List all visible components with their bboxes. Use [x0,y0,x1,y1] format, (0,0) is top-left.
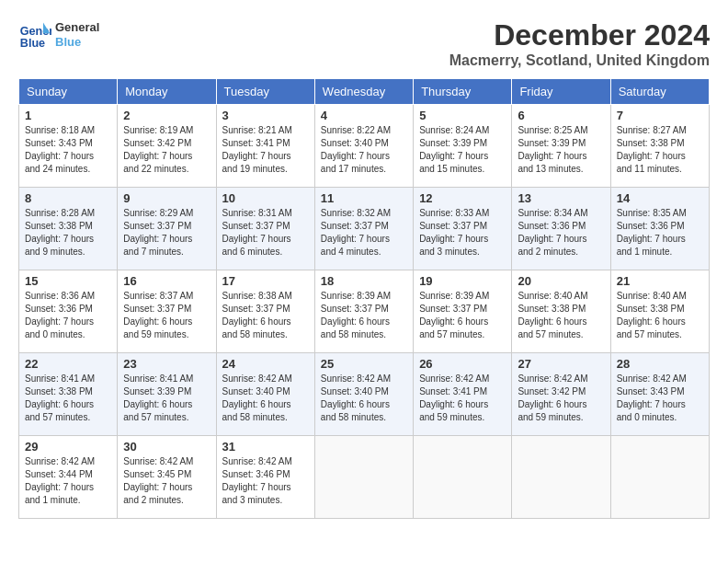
day-header-sunday: Sunday [19,79,118,105]
day-number: 27 [518,357,604,371]
calendar-cell: 29Sunrise: 8:42 AM Sunset: 3:44 PM Dayli… [19,436,118,519]
day-number: 9 [123,191,210,205]
calendar-cell: 19Sunrise: 8:39 AM Sunset: 3:37 PM Dayli… [414,270,512,353]
calendar-header-row: SundayMondayTuesdayWednesdayThursdayFrid… [19,79,710,105]
day-info: Sunrise: 8:42 AM Sunset: 3:42 PM Dayligh… [518,373,604,424]
calendar-cell: 26Sunrise: 8:42 AM Sunset: 3:41 PM Dayli… [414,353,512,436]
calendar-cell: 18Sunrise: 8:39 AM Sunset: 3:37 PM Dayli… [314,270,413,353]
day-info: Sunrise: 8:24 AM Sunset: 3:39 PM Dayligh… [419,124,506,176]
day-number: 10 [222,191,309,205]
day-info: Sunrise: 8:22 AM Sunset: 3:40 PM Dayligh… [321,124,407,176]
calendar-cell: 14Sunrise: 8:35 AM Sunset: 3:36 PM Dayli… [610,188,709,270]
day-info: Sunrise: 8:39 AM Sunset: 3:37 PM Dayligh… [419,290,506,341]
day-number: 2 [123,109,210,122]
day-number: 7 [617,109,703,122]
calendar-cell: 30Sunrise: 8:42 AM Sunset: 3:45 PM Dayli… [118,436,216,519]
day-header-tuesday: Tuesday [216,79,314,105]
day-number: 23 [123,357,210,371]
day-number: 13 [518,191,604,205]
day-info: Sunrise: 8:27 AM Sunset: 3:38 PM Dayligh… [617,124,703,176]
title-block: December 2024 Macmerry, Scotland, United… [449,18,710,69]
svg-text:Blue: Blue [20,37,45,50]
calendar-cell: 22Sunrise: 8:41 AM Sunset: 3:38 PM Dayli… [19,353,118,436]
calendar-cell: 3Sunrise: 8:21 AM Sunset: 3:41 PM Daylig… [216,105,314,188]
page-header: General Blue General Blue December 2024 … [18,18,710,69]
day-info: Sunrise: 8:38 AM Sunset: 3:37 PM Dayligh… [222,290,309,341]
location-subtitle: Macmerry, Scotland, United Kingdom [449,52,710,69]
day-number: 16 [123,274,210,288]
day-number: 19 [419,274,506,288]
day-info: Sunrise: 8:40 AM Sunset: 3:38 PM Dayligh… [617,290,703,341]
calendar-week-row: 29Sunrise: 8:42 AM Sunset: 3:44 PM Dayli… [19,436,710,519]
day-header-monday: Monday [118,79,216,105]
calendar-cell: 31Sunrise: 8:42 AM Sunset: 3:46 PM Dayli… [216,436,314,519]
calendar-cell: 27Sunrise: 8:42 AM Sunset: 3:42 PM Dayli… [512,353,610,436]
day-number: 15 [25,274,111,288]
calendar-cell: 13Sunrise: 8:34 AM Sunset: 3:36 PM Dayli… [512,188,610,270]
day-info: Sunrise: 8:32 AM Sunset: 3:37 PM Dayligh… [321,207,407,259]
day-header-thursday: Thursday [414,79,512,105]
day-number: 11 [321,191,407,205]
calendar-week-row: 15Sunrise: 8:36 AM Sunset: 3:36 PM Dayli… [19,270,710,353]
day-number: 22 [25,357,111,371]
day-info: Sunrise: 8:18 AM Sunset: 3:43 PM Dayligh… [25,124,111,176]
day-number: 6 [518,109,604,122]
day-info: Sunrise: 8:42 AM Sunset: 3:40 PM Dayligh… [321,373,407,424]
logo-text-general: General [55,20,99,35]
calendar-cell: 10Sunrise: 8:31 AM Sunset: 3:37 PM Dayli… [216,188,314,270]
day-number: 14 [617,191,703,205]
calendar-cell: 4Sunrise: 8:22 AM Sunset: 3:40 PM Daylig… [314,105,413,188]
day-number: 29 [25,440,111,454]
day-number: 12 [419,191,506,205]
day-info: Sunrise: 8:42 AM Sunset: 3:40 PM Dayligh… [222,373,309,424]
calendar-cell [414,436,512,519]
calendar-cell: 2Sunrise: 8:19 AM Sunset: 3:42 PM Daylig… [118,105,216,188]
calendar-cell: 7Sunrise: 8:27 AM Sunset: 3:38 PM Daylig… [610,105,709,188]
day-info: Sunrise: 8:31 AM Sunset: 3:37 PM Dayligh… [222,207,309,259]
day-number: 4 [321,109,407,122]
day-info: Sunrise: 8:42 AM Sunset: 3:41 PM Dayligh… [419,373,506,424]
day-number: 17 [222,274,309,288]
logo: General Blue General Blue [18,18,99,52]
day-number: 30 [123,440,210,454]
logo-icon: General Blue [18,18,51,52]
day-info: Sunrise: 8:28 AM Sunset: 3:38 PM Dayligh… [25,207,111,259]
calendar-cell: 8Sunrise: 8:28 AM Sunset: 3:38 PM Daylig… [19,188,118,270]
day-info: Sunrise: 8:36 AM Sunset: 3:36 PM Dayligh… [25,290,111,341]
calendar-cell [610,436,709,519]
day-info: Sunrise: 8:29 AM Sunset: 3:37 PM Dayligh… [123,207,210,259]
calendar-cell: 9Sunrise: 8:29 AM Sunset: 3:37 PM Daylig… [118,188,216,270]
calendar-cell: 28Sunrise: 8:42 AM Sunset: 3:43 PM Dayli… [610,353,709,436]
day-info: Sunrise: 8:42 AM Sunset: 3:45 PM Dayligh… [123,455,210,507]
calendar-cell: 1Sunrise: 8:18 AM Sunset: 3:43 PM Daylig… [19,105,118,188]
day-number: 26 [419,357,506,371]
logo-text-blue: Blue [55,35,99,50]
day-info: Sunrise: 8:42 AM Sunset: 3:46 PM Dayligh… [222,455,309,507]
day-number: 21 [617,274,703,288]
day-info: Sunrise: 8:37 AM Sunset: 3:37 PM Dayligh… [123,290,210,341]
day-number: 8 [25,191,111,205]
day-info: Sunrise: 8:40 AM Sunset: 3:38 PM Dayligh… [518,290,604,341]
calendar-cell: 6Sunrise: 8:25 AM Sunset: 3:39 PM Daylig… [512,105,610,188]
calendar-cell: 5Sunrise: 8:24 AM Sunset: 3:39 PM Daylig… [414,105,512,188]
day-number: 31 [222,440,309,454]
day-header-saturday: Saturday [610,79,709,105]
calendar-week-row: 22Sunrise: 8:41 AM Sunset: 3:38 PM Dayli… [19,353,710,436]
calendar-cell: 24Sunrise: 8:42 AM Sunset: 3:40 PM Dayli… [216,353,314,436]
day-info: Sunrise: 8:39 AM Sunset: 3:37 PM Dayligh… [321,290,407,341]
day-header-friday: Friday [512,79,610,105]
day-number: 24 [222,357,309,371]
calendar-cell: 21Sunrise: 8:40 AM Sunset: 3:38 PM Dayli… [610,270,709,353]
day-number: 5 [419,109,506,122]
calendar-cell: 20Sunrise: 8:40 AM Sunset: 3:38 PM Dayli… [512,270,610,353]
day-number: 3 [222,109,309,122]
day-info: Sunrise: 8:33 AM Sunset: 3:37 PM Dayligh… [419,207,506,259]
day-info: Sunrise: 8:19 AM Sunset: 3:42 PM Dayligh… [123,124,210,176]
day-info: Sunrise: 8:41 AM Sunset: 3:38 PM Dayligh… [25,373,111,424]
day-info: Sunrise: 8:25 AM Sunset: 3:39 PM Dayligh… [518,124,604,176]
day-info: Sunrise: 8:21 AM Sunset: 3:41 PM Dayligh… [222,124,309,176]
calendar-week-row: 8Sunrise: 8:28 AM Sunset: 3:38 PM Daylig… [19,188,710,270]
day-number: 1 [25,109,111,122]
calendar-cell: 17Sunrise: 8:38 AM Sunset: 3:37 PM Dayli… [216,270,314,353]
calendar-cell [314,436,413,519]
